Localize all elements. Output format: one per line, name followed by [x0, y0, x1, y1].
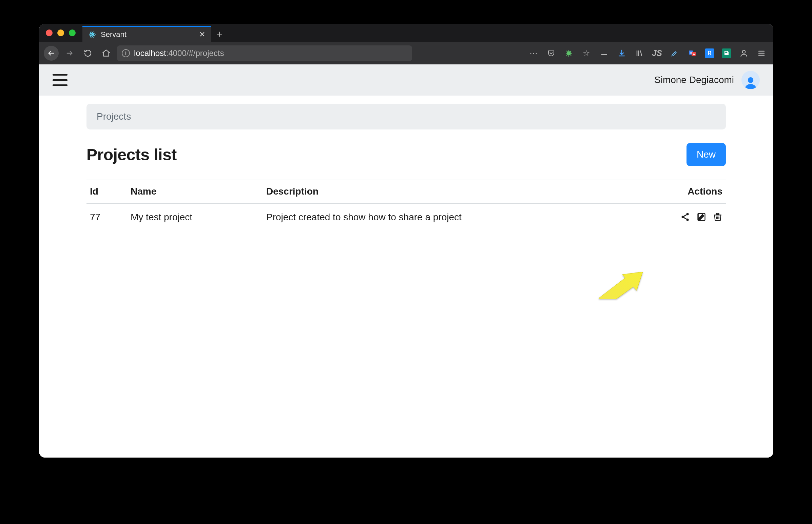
download-icon[interactable] [617, 48, 627, 58]
window-controls [39, 24, 82, 42]
url-bar[interactable]: i localhost:4000/#/projects [117, 45, 412, 61]
projects-table: Id Name Description Actions 77My test pr… [86, 180, 726, 231]
window-close-button[interactable] [46, 30, 52, 36]
cell-description: Project created to show how to share a p… [263, 203, 665, 231]
svg-point-29 [748, 77, 754, 83]
cell-name: My test project [127, 203, 263, 231]
url-text: localhost:4000/#/projects [134, 48, 224, 58]
svg-line-14 [570, 51, 571, 52]
svg-line-33 [684, 215, 686, 217]
window-zoom-button[interactable] [69, 30, 76, 36]
breadcrumb-current[interactable]: Projects [97, 111, 131, 122]
tab-title: Servant [101, 30, 194, 39]
url-path: /#/projects [187, 48, 224, 58]
share-icon[interactable] [680, 212, 690, 222]
pocket-icon[interactable] [546, 48, 556, 58]
app-viewport: Simone Degiacomi Projects Projects list … [39, 64, 773, 458]
nav-back-button[interactable] [44, 46, 59, 61]
user-name: Simone Degiacomi [654, 75, 734, 85]
svg-marker-41 [599, 272, 643, 299]
tab-close-icon[interactable]: ✕ [199, 30, 205, 39]
nav-home-button[interactable] [99, 46, 114, 61]
browser-tabstrip: Servant ✕ ＋ [39, 24, 773, 42]
svg-point-25 [743, 50, 746, 53]
browser-tab-active[interactable]: Servant ✕ [82, 26, 211, 42]
user-menu[interactable]: Simone Degiacomi [654, 71, 760, 89]
page-actions-icon[interactable]: ⋯ [528, 48, 539, 58]
library-icon[interactable] [634, 48, 644, 58]
avatar [742, 71, 760, 89]
eyedropper-icon[interactable] [670, 48, 680, 58]
svg-line-12 [570, 54, 571, 55]
svg-line-34 [684, 218, 686, 219]
nav-reload-button[interactable] [80, 46, 95, 61]
page-title: Projects list [86, 145, 177, 164]
trash-icon[interactable] [712, 212, 722, 222]
col-header-name: Name [127, 180, 263, 204]
col-header-actions: Actions [665, 180, 726, 204]
nav-forward-button[interactable] [62, 46, 77, 61]
svg-point-30 [682, 216, 684, 218]
js-extension-icon[interactable]: JS [652, 48, 662, 58]
edit-icon[interactable] [696, 212, 706, 222]
annotation-arrow [599, 272, 643, 299]
new-tab-button[interactable]: ＋ [211, 26, 227, 42]
svg-point-32 [686, 218, 689, 221]
window-minimize-button[interactable] [57, 30, 64, 36]
table-row: 77My test projectProject created to show… [86, 203, 726, 231]
new-project-button[interactable]: New [686, 143, 726, 166]
r-extension-icon[interactable]: R [705, 48, 714, 58]
cell-actions [665, 203, 726, 231]
url-host: localhost [134, 48, 166, 58]
menu-toggle-button[interactable] [52, 74, 67, 86]
save-extension-icon[interactable] [722, 48, 731, 58]
svg-text:G: G [690, 51, 692, 54]
browser-toolbar: i localhost:4000/#/projects ⋯ ☆ [39, 42, 773, 64]
col-header-id: Id [86, 180, 127, 204]
bookmark-star-icon[interactable]: ☆ [582, 48, 591, 58]
browser-window: Servant ✕ ＋ i localhost:4000/#/proje [39, 24, 773, 458]
breadcrumb: Projects [86, 104, 726, 130]
notification-icon[interactable] [599, 48, 609, 58]
svg-point-0 [92, 34, 93, 35]
account-icon[interactable] [739, 48, 749, 58]
url-port: :4000 [166, 48, 187, 58]
bug-icon[interactable] [564, 48, 574, 58]
svg-line-11 [567, 51, 568, 52]
svg-line-20 [640, 50, 642, 56]
translate-extension-icon[interactable]: GA [687, 48, 697, 58]
app-menu-icon[interactable] [757, 48, 767, 58]
col-header-description: Description [263, 180, 665, 204]
svg-rect-36 [717, 214, 719, 215]
svg-line-13 [567, 54, 568, 55]
svg-text:A: A [693, 52, 695, 55]
react-icon [89, 31, 96, 38]
cell-id: 77 [86, 203, 127, 231]
svg-point-31 [686, 213, 689, 215]
site-info-icon[interactable]: i [122, 49, 130, 57]
toolbar-right-icons: ⋯ ☆ JS [528, 48, 768, 58]
svg-rect-15 [601, 54, 607, 55]
page-content: Projects Projects list New Id Name Descr… [39, 96, 773, 245]
app-header: Simone Degiacomi [39, 64, 773, 96]
